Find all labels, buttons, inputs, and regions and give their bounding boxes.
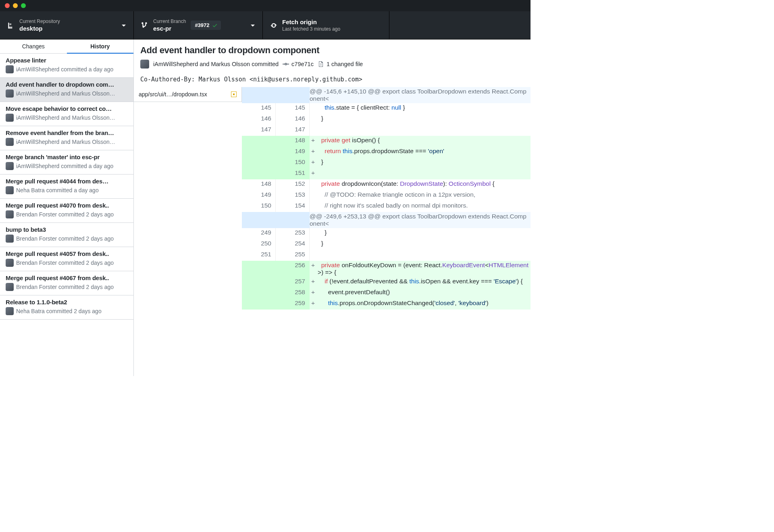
toolbar: Current Repository desktop Current Branc… [0,11,531,39]
titlebar [0,0,531,11]
commit-item-meta: Brendan Forster committed 2 days ago [16,211,114,218]
avatar [6,65,14,73]
avatar [6,186,14,194]
diff-line: 249253 } [242,228,531,239]
diff-line: 149+ return this.props.dropdownState ===… [242,147,531,158]
diff-line: 259+ this.props.onDropdownStateChanged('… [242,299,531,310]
avatar [6,162,14,170]
commit-body: Co-Authored-By: Markus Olsson <niik@user… [134,72,531,87]
diff-line: 150+ } [242,158,531,168]
window-maximize-button[interactable] [21,3,26,8]
diff-line: 149153 // @TODO: Remake triangle octicon… [242,190,531,201]
diff-line: 147147 [242,125,531,136]
commit-detail: Add event handler to dropdown component … [134,39,531,376]
chevron-down-icon [121,23,126,28]
commit-item[interactable]: Move escape behavior to correct co… iAmW… [0,102,133,126]
commit-item-title: Merge pull request #4057 from desk.. [6,250,128,257]
diff-view[interactable]: @@ -145,6 +145,10 @@ export class Toolba… [242,87,531,376]
avatar [6,283,14,291]
avatar [6,259,14,267]
commit-item-meta: iAmWillShepherd and Markus Olsson… [16,139,115,145]
commit-item[interactable]: Remove event handler from the bran… iAmW… [0,126,133,150]
commit-item-meta: Neha Batra committed a day ago [16,187,99,193]
commit-item-title: Merge pull request #4067 from desk.. [6,274,128,281]
window-minimize-button[interactable] [13,3,18,8]
commit-item-title: Release to 1.1.0-beta2 [6,299,128,305]
commit-item-meta: iAmWillShepherd and Markus Olsson… [16,90,115,97]
commit-item[interactable]: Merge pull request #4057 from desk.. Bre… [0,247,133,271]
commit-item[interactable]: bump to beta3 Brendan Forster committed … [0,223,133,247]
branch-value: esc-pr [153,25,186,32]
commit-item-meta: Brendan Forster committed 2 days ago [16,260,114,266]
diff-line: 258+ event.preventDefault() [242,288,531,299]
commit-item[interactable]: Merge pull request #4044 from des… Neha … [0,175,133,199]
repo-label: Current Repository [19,19,60,24]
avatar [6,89,14,98]
commit-item-meta: Brendan Forster committed 2 days ago [16,284,114,290]
diff-line: @@ -249,6 +253,13 @@ export class Toolba… [242,212,531,228]
tab-history[interactable]: History [67,39,134,54]
diff-line: 256+ private onFoldoutKeyDown = (event: … [242,261,531,277]
diff-line: 148+ private get isOpen() { [242,136,531,147]
commit-item-title: Merge branch 'master' into esc-pr [6,154,128,160]
avatar [6,235,14,243]
commit-item[interactable]: Appease linter iAmWillShepherd committed… [0,54,133,78]
commit-item-meta: Brendan Forster committed 2 days ago [16,235,114,242]
commit-authors: iAmWillShepherd and Markus Olsson commit… [153,61,279,67]
commit-icon [283,61,289,67]
commit-item[interactable]: Merge pull request #4070 from desk.. Bre… [0,199,133,223]
sidebar: Changes History Appease linter iAmWillSh… [0,39,134,376]
modified-icon [231,91,237,97]
diff-line: 148152 private dropdownIcon(state: Dropd… [242,179,531,190]
diff-line: 150154 // right now it's scaled badly on… [242,201,531,212]
commit-item-title: Appease linter [6,57,128,64]
commit-item-title: Merge pull request #4044 from des… [6,178,128,185]
commit-item-meta: Neha Batra committed 2 days ago [16,308,102,314]
commit-sha: c79e71c [291,61,314,67]
chevron-down-icon [250,23,255,28]
diff-line: 151+ [242,168,531,179]
repo-value: desktop [19,25,60,32]
avatar [6,307,14,315]
fetch-sub: Last fetched 3 minutes ago [282,26,340,32]
repo-dropdown[interactable]: Current Repository desktop [0,11,134,39]
diff-icon [318,61,324,67]
commit-item[interactable]: Merge branch 'master' into esc-pr iAmWil… [0,150,133,175]
commit-list[interactable]: Appease linter iAmWillShepherd committed… [0,54,133,376]
avatar [140,60,149,69]
pr-number: #3972 [195,22,209,28]
branch-label: Current Branch [153,19,186,24]
commit-item-meta: iAmWillShepherd committed a day ago [16,66,113,73]
commit-item-title: Remove event handler from the bran… [6,129,128,136]
check-icon [212,23,218,28]
diff-line: 257+ if (!event.defaultPrevented && this… [242,277,531,288]
commit-item-title: Move escape behavior to correct co… [6,105,128,112]
fetch-button[interactable]: Fetch origin Last fetched 3 minutes ago [263,11,389,39]
sync-icon [270,22,277,29]
commit-item-meta: iAmWillShepherd and Markus Olsson… [16,114,115,121]
avatar [6,138,14,146]
fetch-label: Fetch origin [282,19,340,25]
file-path: app/src/ui/t…/dropdown.tsx [139,91,207,98]
diff-line: 251255 [242,250,531,261]
diff-line: 145145 this.state = { clientRect: null } [242,103,531,114]
commit-item[interactable]: Merge pull request #4067 from desk.. Bre… [0,271,133,295]
diff-line: 250254 } [242,239,531,250]
commit-item[interactable]: Release to 1.1.0-beta2 Neha Batra commit… [0,295,133,320]
window-close-button[interactable] [5,3,10,8]
commit-item-title: Add event handler to dropdown com… [6,81,128,88]
tab-changes[interactable]: Changes [0,39,67,54]
commit-item-title: Merge pull request #4070 from desk.. [6,202,128,209]
avatar [6,114,14,122]
file-tab[interactable]: app/src/ui/t…/dropdown.tsx [134,87,242,102]
commit-item[interactable]: Add event handler to dropdown com… iAmWi… [0,78,133,102]
files-changed: 1 changed file [327,61,363,67]
diff-line: @@ -145,6 +145,10 @@ export class Toolba… [242,87,531,103]
sidebar-tabs: Changes History [0,39,133,54]
pr-badge: #3972 [191,21,221,30]
avatar [6,210,14,218]
commit-title: Add event handler to dropdown component [140,45,524,56]
repo-icon [7,22,15,29]
branch-icon [141,22,148,29]
branch-dropdown[interactable]: Current Branch esc-pr #3972 [134,11,263,39]
